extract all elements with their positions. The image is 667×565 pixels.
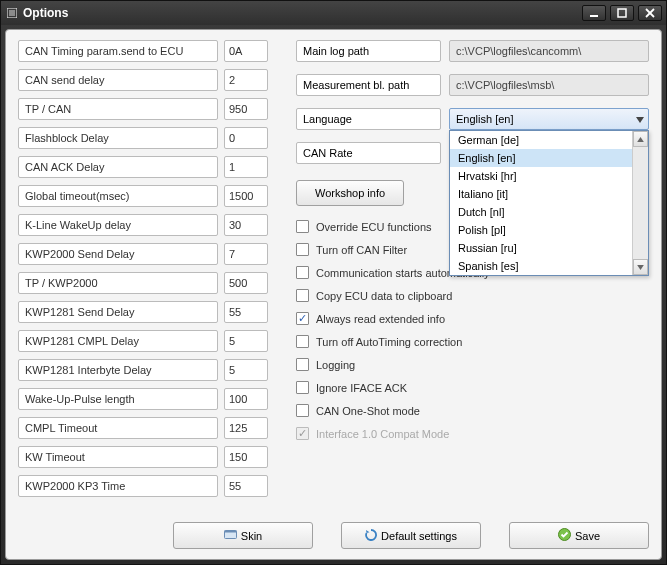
check-circle-icon [558,528,571,543]
settings-column: Main log path c:\VCP\logfiles\cancomm\ M… [296,40,649,514]
checkbox[interactable] [296,358,309,371]
bottom-bar: Skin Default settings Save [18,514,649,549]
param-value-input[interactable] [224,359,268,381]
language-select[interactable]: English [en] [449,108,649,130]
language-selected-value: English [en] [456,113,513,125]
minimize-button[interactable] [582,5,606,21]
param-row: CAN Timing param.send to ECU [18,40,268,62]
param-label: Wake-Up-Pulse length [18,388,218,410]
refresh-icon [365,529,377,543]
param-value-input[interactable] [224,98,268,120]
language-dropdown: German [de]English [en]Hrvatski [hr]Ital… [449,130,649,276]
default-settings-button[interactable]: Default settings [341,522,481,549]
param-value-input[interactable] [224,417,268,439]
checkbox-row: Ignore IFACE ACK [296,381,649,394]
svg-rect-9 [224,531,236,533]
checkbox-row: Turn off AutoTiming correction [296,335,649,348]
save-button-label: Save [575,530,600,542]
language-option[interactable]: Russian [ru] [450,239,632,257]
skin-icon [224,529,237,542]
options-window: Options CAN Timing param.send to ECUCAN … [0,0,667,565]
param-value-input[interactable] [224,214,268,236]
language-option[interactable]: Dutch [nl] [450,203,632,221]
maximize-button[interactable] [610,5,634,21]
param-label: CAN ACK Delay [18,156,218,178]
param-value-input[interactable] [224,185,268,207]
param-label: CAN Timing param.send to ECU [18,40,218,62]
language-option[interactable]: English [en] [450,149,632,167]
checkbox[interactable] [296,220,309,233]
param-value-input[interactable] [224,388,268,410]
checkbox[interactable] [296,266,309,279]
save-button[interactable]: Save [509,522,649,549]
param-value-input[interactable] [224,301,268,323]
checkbox-label: Override ECU functions [316,221,432,233]
param-label: CMPL Timeout [18,417,218,439]
param-row: Global timeout(msec) [18,185,268,207]
params-column: CAN Timing param.send to ECUCAN send del… [18,40,268,514]
param-label: KWP2000 KP3 Time [18,475,218,497]
param-row: CAN send delay [18,69,268,91]
checkbox-label: Always read extended info [316,313,445,325]
param-row: KW Timeout [18,446,268,468]
param-value-input[interactable] [224,156,268,178]
param-label: Global timeout(msec) [18,185,218,207]
scroll-up-icon[interactable] [633,131,648,147]
checkbox[interactable] [296,243,309,256]
param-row: KWP2000 Send Delay [18,243,268,265]
checkbox-row: Always read extended info [296,312,649,325]
main-log-path-value[interactable]: c:\VCP\logfiles\cancomm\ [449,40,649,62]
param-value-input[interactable] [224,40,268,62]
measurement-path-value[interactable]: c:\VCP\logfiles\msb\ [449,74,649,96]
checkbox-label: Logging [316,359,355,371]
checkbox[interactable] [296,312,309,325]
param-row: CAN ACK Delay [18,156,268,178]
param-label: KWP1281 Send Delay [18,301,218,323]
param-row: TP / CAN [18,98,268,120]
param-value-input[interactable] [224,475,268,497]
param-row: KWP1281 CMPL Delay [18,330,268,352]
language-option[interactable]: Hrvatski [hr] [450,167,632,185]
param-value-input[interactable] [224,69,268,91]
skin-button-label: Skin [241,530,262,542]
checkbox-row: Logging [296,358,649,371]
param-row: CMPL Timeout [18,417,268,439]
checkbox [296,427,309,440]
param-label: K-Line WakeUp delay [18,214,218,236]
checkbox-label: Turn off AutoTiming correction [316,336,462,348]
param-row: Flashblock Delay [18,127,268,149]
param-label: KW Timeout [18,446,218,468]
workshop-info-button[interactable]: Workshop info [296,180,404,206]
skin-button[interactable]: Skin [173,522,313,549]
window-title: Options [23,6,68,20]
param-value-input[interactable] [224,330,268,352]
checkbox-label: Copy ECU data to clipboard [316,290,452,302]
checkbox[interactable] [296,289,309,302]
checkbox[interactable] [296,404,309,417]
dropdown-scrollbar[interactable] [632,131,648,275]
measurement-path-label: Measurement bl. path [296,74,441,96]
param-row: KWP2000 KP3 Time [18,475,268,497]
scroll-down-icon[interactable] [633,259,648,275]
param-value-input[interactable] [224,127,268,149]
param-value-input[interactable] [224,243,268,265]
checkbox-label: Ignore IFACE ACK [316,382,407,394]
language-option[interactable]: Italiano [it] [450,185,632,203]
param-row: TP / KWP2000 [18,272,268,294]
checkbox-label: Interface 1.0 Compat Mode [316,428,449,440]
titlebar: Options [1,1,666,25]
language-option[interactable]: Spanish [es] [450,257,632,275]
checkbox[interactable] [296,335,309,348]
close-button[interactable] [638,5,662,21]
param-label: TP / CAN [18,98,218,120]
param-value-input[interactable] [224,272,268,294]
language-option[interactable]: Polish [pl] [450,221,632,239]
param-value-input[interactable] [224,446,268,468]
window-menu-icon[interactable] [7,8,17,18]
param-label: KWP2000 Send Delay [18,243,218,265]
language-option[interactable]: German [de] [450,131,632,149]
workshop-info-label: Workshop info [315,187,385,199]
can-rate-label: CAN Rate [296,142,441,164]
checkbox[interactable] [296,381,309,394]
svg-rect-5 [618,9,626,17]
